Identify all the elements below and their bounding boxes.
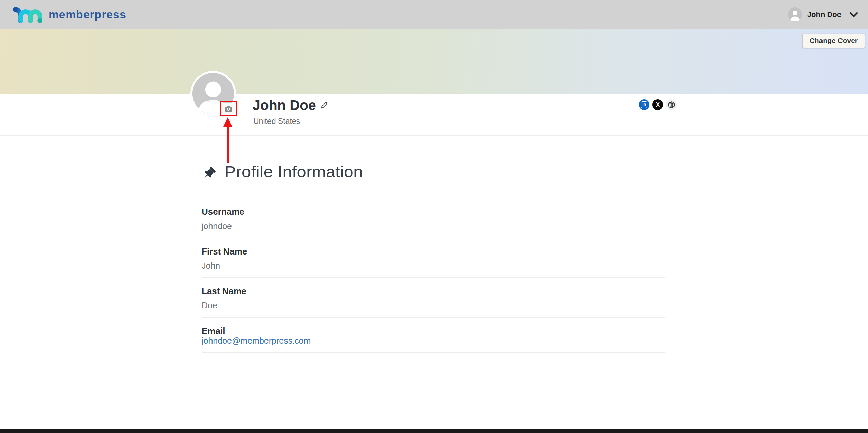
pushpin-icon <box>200 166 217 182</box>
change-cover-button[interactable]: Change Cover <box>802 34 865 48</box>
email-link[interactable]: johndoe@memberpress.com <box>202 336 311 345</box>
person-icon <box>788 7 802 22</box>
edit-name-icon[interactable] <box>320 101 328 109</box>
profile-information-list: Username johndoe First Name John Last Na… <box>202 199 665 353</box>
brand[interactable]: memberpress <box>11 5 126 24</box>
field-value: John <box>202 261 665 270</box>
profile-location: United States <box>253 117 300 126</box>
memberpress-logo-icon <box>11 5 42 24</box>
topbar: memberpress John Doe <box>0 0 868 29</box>
field-row-username: Username johndoe <box>202 199 665 238</box>
cover-image: Change Cover <box>0 29 868 94</box>
field-value: johndoe <box>202 221 665 231</box>
field-row-first-name: First Name John <box>202 238 665 278</box>
annotation-highlight-box <box>220 101 237 116</box>
field-row-last-name: Last Name Doe <box>202 278 665 318</box>
chevron-down-icon <box>849 12 858 18</box>
field-row-email: Email johndoe@memberpress.com <box>202 318 665 353</box>
user-name: John Doe <box>807 10 841 19</box>
field-label: Last Name <box>202 286 665 296</box>
field-label: Email <box>202 326 665 336</box>
field-label: First Name <box>202 246 665 257</box>
social-links: in X <box>639 99 677 110</box>
website-globe-icon[interactable] <box>666 99 677 110</box>
linkedin-icon[interactable]: in <box>639 99 649 110</box>
brand-wordmark: memberpress <box>49 8 126 21</box>
field-label: Username <box>202 207 665 217</box>
profile-name: John Doe <box>253 98 316 113</box>
bottom-edge-bar <box>0 429 868 433</box>
globe-icon <box>668 101 675 109</box>
user-avatar <box>788 7 802 22</box>
field-value: Doe <box>202 301 665 310</box>
section-divider <box>202 186 665 186</box>
x-twitter-icon[interactable]: X <box>652 99 663 110</box>
annotation-arrow-line <box>227 126 229 163</box>
profile-header <box>0 94 868 136</box>
user-menu[interactable]: John Doe <box>788 7 858 22</box>
section-title: Profile Information <box>225 162 363 181</box>
annotation-arrow-icon <box>223 117 232 127</box>
